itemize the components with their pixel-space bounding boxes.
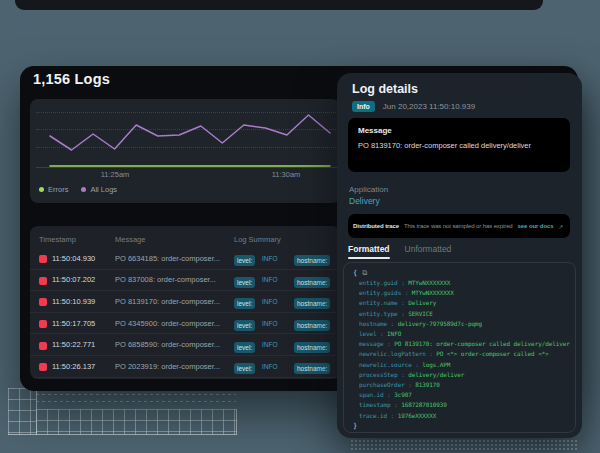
level-badge: level: [234, 363, 255, 374]
cell-level: level: [234, 336, 262, 354]
table-row[interactable]: 11:50:26.137 PO 2023919: order-composer.… [30, 356, 340, 378]
cell-severity [39, 336, 52, 354]
cell-message: PO 2023919: order-composer... [115, 362, 234, 371]
json-key: span.id [359, 391, 384, 398]
decorative-dots [350, 439, 578, 451]
cell-message: PO 4345900: order-composer... [115, 319, 234, 328]
json-separator: : [387, 320, 398, 327]
cell-message: PO 8139170: order-composer... [115, 297, 234, 306]
json-field: trace.id : 1976eXXXXXX [359, 411, 566, 421]
json-field: newrelic.logPattern : PO <*> order-compo… [359, 349, 566, 359]
table-row[interactable]: 11:50:10.939 PO 8139170: order-composer.… [30, 291, 340, 313]
level-value: INFO [262, 363, 294, 370]
json-field: processStep : delivery/deliver [359, 370, 566, 380]
cell-severity [39, 314, 52, 332]
cell-level: level: [234, 357, 262, 375]
json-key: timestamp [359, 401, 391, 408]
cell-hostname: hostname: [294, 357, 340, 375]
json-separator: : [398, 299, 409, 306]
distributed-trace-box: Distributed trace This trace was not sam… [348, 214, 570, 238]
json-separator: : [405, 381, 416, 388]
cell-severity [39, 292, 52, 310]
json-field: entity.guids : MTYwNXXXXXXX [359, 288, 566, 298]
legend-label: Errors [48, 185, 68, 194]
cell-hostname: hostname: [294, 336, 340, 354]
trace-docs-link[interactable]: see our docs [518, 223, 554, 229]
level-value: INFO [262, 320, 294, 327]
desktop-background: 1,156 Logs 11:25am 11:30am Errors [0, 0, 600, 453]
table-row[interactable]: 11:50:17.705 PO 4345900: order-composer.… [30, 313, 340, 335]
legend-color-dot [39, 187, 44, 192]
application-link[interactable]: Delivery [349, 196, 380, 206]
log-details-panel: Log details Info Jun 20,2023 11:50:10.93… [337, 73, 582, 438]
level-value: INFO [262, 298, 294, 305]
cell-level: level: [234, 249, 262, 267]
trace-label: Distributed trace [353, 223, 399, 229]
cell-timestamp: 11:50:17.705 [52, 319, 115, 328]
message-label: Message [358, 126, 560, 135]
table-row[interactable]: 11:50:07.202 PO 837008: order-composer..… [30, 270, 340, 292]
json-separator: : [391, 401, 402, 408]
cell-message: PO 6858590: order-composer... [115, 340, 234, 349]
cell-level: level: [234, 314, 262, 332]
json-value: PO <*> order-composer called <*> [436, 350, 548, 357]
json-field: newrelic.source : logs.APM [359, 360, 566, 370]
error-severity-icon [39, 277, 47, 285]
legend-color-dot [81, 187, 86, 192]
json-key: trace.id [359, 412, 387, 419]
error-severity-icon [39, 255, 47, 263]
json-field: entity.guid : MTYwNXXXXXXX [359, 278, 566, 288]
level-badge: level: [234, 342, 255, 353]
logs-chart-card: 11:25am 11:30am Errors All Logs [30, 99, 340, 203]
json-field: level : INFO [359, 329, 566, 339]
error-severity-icon [39, 363, 47, 371]
decorative-grid [36, 409, 237, 435]
open-brace: { [353, 269, 357, 277]
json-value: delivery/deliver [408, 371, 464, 378]
cell-level: level: [234, 292, 262, 310]
cell-level: level: [234, 271, 262, 289]
cell-hostname: hostname: [294, 271, 340, 289]
json-key: entity.name [359, 299, 398, 306]
details-meta-row: Info Jun 20,2023 11:50:10.939 [352, 101, 475, 112]
application-label: Application [349, 185, 388, 194]
details-title: Log details [352, 82, 418, 96]
tab-formatted[interactable]: Formatted [348, 244, 390, 259]
level-value: INFO [262, 255, 294, 262]
column-header-log-summary[interactable]: Log Summary [234, 235, 340, 244]
json-key: entity.guids [359, 289, 401, 296]
cell-timestamp: 11:50:10.939 [52, 297, 115, 306]
json-field: hostname : delivery-7979589d7c-pqmg [359, 319, 566, 329]
column-header-message[interactable]: Message [115, 235, 234, 244]
cell-timestamp: 11:50:07.202 [52, 275, 115, 284]
json-separator: : [398, 371, 409, 378]
error-severity-icon [39, 298, 47, 306]
table-body: 11:50:04.930 PO 6634185: order-composer.… [30, 248, 340, 378]
legend-item[interactable]: All Logs [81, 185, 117, 194]
json-key: entity.guid [359, 279, 398, 286]
json-key: newrelic.source [359, 361, 412, 368]
cell-hostname: hostname: [294, 314, 340, 332]
json-separator: : [384, 391, 395, 398]
json-value: logs.APM [422, 361, 450, 368]
copy-icon[interactable]: ⧉ [362, 269, 367, 277]
cell-severity [39, 357, 52, 375]
tab-unformatted[interactable]: Unformatted [405, 244, 452, 259]
legend-label: All Logs [90, 185, 117, 194]
level-badge: level: [234, 320, 255, 331]
table-row[interactable]: 11:50:04.930 PO 6634185: order-composer.… [30, 248, 340, 270]
json-separator: : [401, 289, 412, 296]
table-row[interactable]: 11:50:22.771 PO 6858590: order-composer.… [30, 334, 340, 356]
legend-item[interactable]: Errors [39, 185, 68, 194]
json-key: entity.type [359, 310, 398, 317]
json-separator: : [398, 310, 409, 317]
json-value: 1687287010939 [401, 401, 447, 408]
json-open-brace: {⧉ [353, 268, 566, 278]
column-header-timestamp[interactable]: Timestamp [39, 235, 115, 244]
cell-hostname: hostname: [294, 249, 340, 267]
cell-timestamp: 11:50:22.771 [52, 340, 115, 349]
hostname-badge: hostname: [294, 255, 330, 266]
message-text: PO 8139170: order-composer called delive… [358, 141, 560, 150]
details-timestamp: Jun 20,2023 11:50:10.939 [383, 102, 475, 111]
error-severity-icon [39, 342, 47, 350]
